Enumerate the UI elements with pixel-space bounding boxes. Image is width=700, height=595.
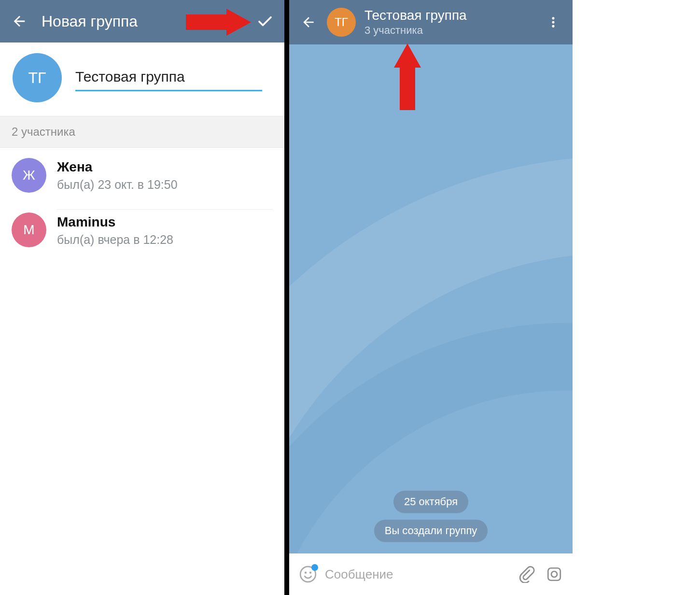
svg-point-6 xyxy=(309,572,311,574)
message-input-bar xyxy=(289,553,573,595)
dots-vertical-icon xyxy=(546,15,560,29)
header-right: ТГ Тестовая группа 3 участника xyxy=(289,0,573,44)
camera-icon xyxy=(546,566,563,583)
checkmark-icon xyxy=(256,13,274,30)
chat-title: Тестовая группа xyxy=(364,8,540,23)
chat-subtitle: 3 участника xyxy=(364,24,540,37)
member-status: был(а) 23 окт. в 19:50 xyxy=(57,178,273,192)
members-list: Ж Жена был(а) 23 окт. в 19:50 M Maminus … xyxy=(0,148,284,257)
annotation-arrow-up xyxy=(394,43,421,110)
arrow-right-icon xyxy=(186,9,251,36)
svg-point-8 xyxy=(551,571,557,577)
notification-dot-icon xyxy=(311,564,318,571)
arrow-up-icon xyxy=(394,43,421,110)
group-edit-row: ТГ xyxy=(0,42,284,116)
member-name: Жена xyxy=(57,159,273,175)
member-avatar: M xyxy=(12,212,46,247)
chat-avatar[interactable]: ТГ xyxy=(327,8,356,37)
svg-marker-9 xyxy=(394,43,421,110)
paperclip-icon xyxy=(518,566,535,583)
chat-body: 25 октября Вы создали группу xyxy=(289,44,573,553)
system-message-bubble: Вы создали группу xyxy=(374,520,488,542)
chat-header-text[interactable]: Тестовая группа 3 участника xyxy=(364,8,540,37)
screen-new-group: Новая группа ТГ 2 участника Ж Жена был(а… xyxy=(0,0,284,595)
svg-rect-7 xyxy=(548,568,560,581)
svg-point-5 xyxy=(305,572,307,574)
member-status: был(а) вчера в 12:28 xyxy=(57,233,273,247)
list-item[interactable]: Ж Жена был(а) 23 окт. в 19:50 xyxy=(0,148,284,202)
arrow-left-icon xyxy=(301,14,316,30)
emoji-button[interactable] xyxy=(296,562,320,586)
back-button[interactable] xyxy=(295,9,322,36)
svg-point-2 xyxy=(552,21,554,23)
back-button[interactable] xyxy=(6,8,33,35)
message-input[interactable] xyxy=(325,567,510,582)
member-text: Maminus был(а) вчера в 12:28 xyxy=(57,209,273,251)
group-avatar[interactable]: ТГ xyxy=(13,53,62,102)
svg-point-3 xyxy=(552,25,554,28)
members-count-header: 2 участника xyxy=(0,116,284,148)
group-name-field-wrap xyxy=(75,65,262,91)
vertical-divider xyxy=(284,0,289,595)
attach-button[interactable] xyxy=(515,563,538,586)
member-text: Жена был(а) 23 окт. в 19:50 xyxy=(57,155,273,196)
list-item[interactable]: M Maminus был(а) вчера в 12:28 xyxy=(0,202,284,257)
blank-margin xyxy=(573,0,700,595)
more-options-button[interactable] xyxy=(540,9,567,36)
voice-camera-button[interactable] xyxy=(543,563,566,586)
member-name: Maminus xyxy=(57,214,273,230)
svg-marker-0 xyxy=(186,9,251,36)
group-name-input[interactable] xyxy=(75,65,262,91)
svg-point-1 xyxy=(552,17,554,19)
screen-group-chat: ТГ Тестовая группа 3 участника 25 октябр… xyxy=(289,0,573,595)
arrow-left-icon xyxy=(11,13,28,29)
date-bubble: 25 октября xyxy=(393,491,468,513)
annotation-arrow-right xyxy=(186,9,251,36)
member-avatar: Ж xyxy=(12,158,46,193)
confirm-button[interactable] xyxy=(252,8,279,35)
